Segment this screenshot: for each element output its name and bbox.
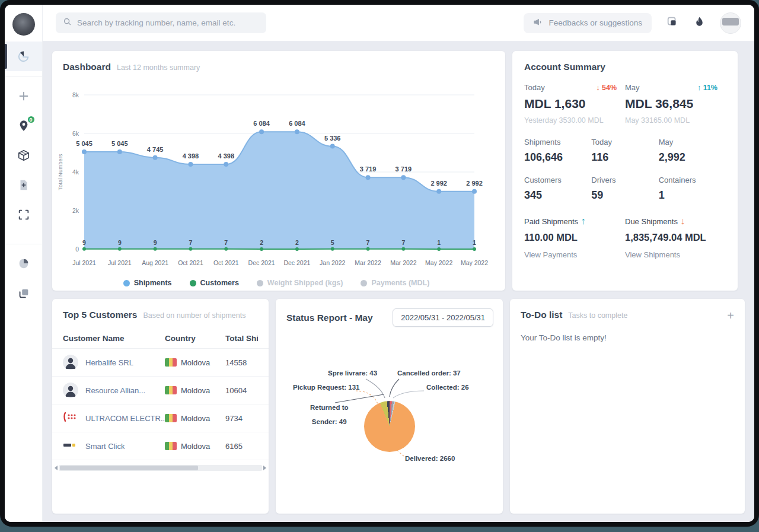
search-icon — [63, 17, 72, 28]
sidebar: 0 — [5, 5, 43, 522]
customer-avatar — [63, 383, 78, 398]
legend-item-payments[interactable]: Payments (MDL) — [361, 279, 429, 287]
svg-text:Dec 2021: Dec 2021 — [248, 259, 275, 266]
svg-text:2: 2 — [260, 239, 263, 246]
sidebar-item-layers[interactable] — [5, 279, 42, 308]
svg-text:7: 7 — [366, 239, 370, 246]
add-todo-button[interactable]: + — [727, 310, 734, 321]
search-box[interactable] — [56, 12, 266, 33]
app-window: 0 — [0, 0, 759, 527]
legend-label: Payments (MDL) — [371, 279, 429, 287]
scroll-left-arrow[interactable] — [55, 466, 58, 470]
svg-text:6k: 6k — [72, 130, 79, 137]
legend-item-shipments[interactable]: Shipments — [123, 279, 172, 287]
legend-item-customers[interactable]: Customers — [190, 279, 239, 287]
scrollbar-thumb[interactable] — [60, 466, 198, 470]
stat-label: Containers — [659, 176, 726, 184]
customer-total: 9734 — [225, 414, 258, 423]
may-trend: ↑ 11% — [697, 84, 717, 92]
svg-text:2k: 2k — [72, 207, 79, 214]
sidebar-item-reports[interactable] — [5, 249, 42, 279]
svg-text:Jul 2021: Jul 2021 — [72, 259, 96, 266]
sidebar-item-dashboard[interactable] — [5, 42, 42, 71]
legend-item-weight[interactable]: Weight Shipped (kgs) — [257, 279, 343, 287]
overlapping-squares-icon — [666, 15, 679, 30]
todo-title: To-Do list — [521, 310, 562, 320]
svg-text:Jan 2022: Jan 2022 — [320, 259, 345, 266]
customer-row[interactable]: Herbalife SRL Moldova 14558 — [52, 349, 269, 377]
stat-label: Customers — [524, 176, 591, 184]
sidebar-item-tracking[interactable]: 0 — [5, 111, 42, 141]
svg-text:9: 9 — [154, 239, 157, 246]
legend-label: Customers — [200, 279, 239, 287]
svg-text:2 992: 2 992 — [466, 180, 483, 187]
legend-dot-shipments — [123, 280, 130, 286]
file-plus-icon — [17, 179, 30, 192]
pie-label-collected: Collected: 26 — [426, 384, 469, 391]
svg-text:2: 2 — [295, 239, 299, 246]
sidebar-item-scan[interactable] — [5, 200, 42, 230]
svg-text:Total Numbers: Total Numbers — [57, 154, 63, 190]
stat-value: 106,646 — [524, 151, 563, 163]
view-shipments-link[interactable]: View Shipments — [625, 250, 680, 259]
streak-button[interactable] — [693, 16, 706, 30]
sidebar-item-documents[interactable] — [5, 170, 42, 200]
sidebar-divider — [5, 244, 42, 244]
sidebar-item-shipments[interactable] — [5, 141, 42, 170]
search-input[interactable] — [77, 18, 259, 27]
pie-label-cancelled: Cancelled order: 37 — [397, 369, 461, 377]
status-pie-chart[interactable] — [364, 401, 415, 452]
moldova-flag-icon — [165, 442, 177, 450]
megaphone-icon — [533, 17, 543, 29]
may-label: May — [625, 83, 640, 92]
status-pie-area: Spre livrare: 43 Cancelled order: 37 Col… — [276, 329, 503, 507]
customer-row[interactable]: Resource Allian... Moldova 10604 — [52, 377, 269, 404]
legend-dot-customers — [190, 280, 196, 286]
stat-value: 59 — [591, 189, 603, 201]
scan-brackets-icon — [17, 208, 30, 221]
horizontal-scrollbar[interactable] — [52, 464, 269, 472]
customer-row[interactable]: Smart Click Moldova 6165 — [52, 432, 269, 460]
user-avatar[interactable] — [720, 12, 741, 34]
svg-text:1: 1 — [437, 239, 441, 246]
shipments-customers-chart[interactable]: 8k6k4k2k0Total Numbers5 0455 0454 7454 3… — [56, 78, 490, 274]
svg-text:Dec 2021: Dec 2021 — [283, 259, 310, 266]
status-report-title: Status Report - May — [286, 313, 373, 323]
down-arrow-icon: ↓ — [680, 216, 685, 226]
customer-country: Moldova — [181, 442, 210, 451]
sidebar-divider — [5, 76, 42, 77]
customer-row[interactable]: ULTRACOM ELECTR... Moldova 9734 — [52, 404, 269, 432]
customers-table: Customer Name Country Total Shipments He… — [52, 329, 269, 472]
svg-text:Oct 2021: Oct 2021 — [178, 259, 203, 266]
svg-text:Oct 2021: Oct 2021 — [213, 259, 239, 266]
scrollbar-track[interactable] — [59, 465, 262, 471]
paid-shipments-value: 110.00 MDL — [524, 232, 625, 243]
svg-text:6 084: 6 084 — [253, 120, 270, 127]
col-total-shipments: Total Shipments — [225, 334, 258, 343]
may-amount: MDL 36,845 — [625, 97, 726, 111]
svg-text:Mar 2022: Mar 2022 — [390, 259, 417, 266]
view-payments-link[interactable]: View Payments — [524, 250, 577, 259]
customer-name: ULTRACOM ELECTR... — [85, 414, 165, 423]
copy-windows-button[interactable] — [666, 15, 679, 30]
svg-text:4 745: 4 745 — [147, 146, 164, 153]
pie-label-pickup: Pickup Request: 131 — [293, 384, 359, 391]
account-summary-card: Account Summary Today ↓ 54% MDL 1,630 Ye… — [512, 51, 738, 291]
svg-text:5 045: 5 045 — [111, 140, 128, 147]
feedback-button[interactable]: Feedbacks or suggestions — [524, 13, 652, 33]
todo-subtitle: Tasks to complete — [568, 311, 627, 320]
customer-total: 14558 — [225, 358, 258, 367]
sidebar-item-new[interactable] — [5, 81, 42, 111]
customer-total: 6165 — [225, 442, 258, 451]
plus-icon — [17, 90, 30, 103]
location-pin-icon: 0 — [17, 119, 30, 132]
customer-name: Smart Click — [85, 442, 125, 451]
svg-text:May 2022: May 2022 — [461, 259, 488, 266]
svg-text:7: 7 — [224, 239, 228, 246]
date-range-picker[interactable]: 2022/05/31 - 2022/05/31 — [393, 308, 493, 327]
today-label: Today — [524, 83, 545, 92]
app-logo — [12, 13, 35, 36]
scroll-right-arrow[interactable] — [263, 466, 266, 470]
legend-dot-weight — [257, 280, 263, 286]
stat-label: Drivers — [591, 176, 658, 184]
